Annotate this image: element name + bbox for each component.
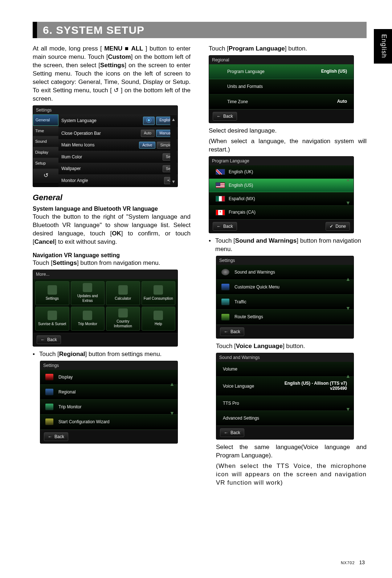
item-trip-monitor[interactable]: Trip Monitor [40, 400, 177, 415]
screen-header: Sound and Warnings [216, 353, 354, 362]
cell-settings[interactable]: Settings [35, 281, 69, 305]
row-advanced[interactable]: Advanced Settings [216, 411, 354, 426]
radio-button[interactable] [143, 117, 155, 125]
lang-english-us[interactable]: English (US) [209, 179, 354, 192]
back-button[interactable]: Back [213, 222, 237, 231]
back-button[interactable]: Back [220, 327, 244, 336]
done-button[interactable]: Done [326, 222, 350, 231]
row-system-language: System Language English [58, 114, 177, 128]
page-footer: NX702 13 [341, 559, 365, 565]
subhead-nav-vr: Navigation VR language setting [33, 251, 191, 259]
item-sound-warnings[interactable]: Sound and Warnings [216, 265, 354, 280]
scroll-arrows[interactable]: ▲▼ [344, 373, 352, 413]
bullet-sound-warnings: • Touch [Sound and Warnings] button from… [209, 237, 367, 254]
scroll-arrows[interactable]: ▲▼ [344, 276, 352, 312]
tts-note: (When select the TTS Voice, the micropho… [216, 462, 367, 487]
screen-header: Settings [40, 361, 177, 370]
lang-english-uk[interactable]: English (UK) [209, 165, 354, 179]
back-button[interactable]: Back [44, 432, 68, 441]
section-title-bar: 6. SYSTEM SETUP [33, 22, 367, 38]
item-display[interactable]: Display [40, 370, 177, 385]
tab-general[interactable]: General [33, 114, 58, 126]
screenshot-more-menu: More... Settings Updates and Extras Calc… [33, 270, 178, 346]
section-title: 6. SYSTEM SETUP [33, 22, 144, 38]
screenshot-sound-warnings: Sound and Warnings Volume Voice Language… [216, 353, 354, 440]
back-button[interactable]: Back [213, 112, 237, 121]
select-language-text: Select desired language. [209, 127, 367, 135]
right-column: Touch [Program Language] button. Regiona… [209, 45, 367, 489]
cell-updates[interactable]: Updates and Extras [71, 281, 105, 305]
wizard-icon [45, 419, 53, 425]
display-icon [45, 374, 53, 380]
regional-icon [45, 389, 53, 395]
tab-time[interactable]: Time [33, 126, 58, 137]
item-customize-quick[interactable]: Customize Quick Menu [216, 280, 354, 295]
tab-sound[interactable]: Sound [33, 136, 58, 147]
scroll-arrows[interactable]: ▲▼ [344, 176, 352, 206]
touch-program-language: Touch [Program Language] button. [209, 45, 367, 53]
trip-icon [45, 404, 53, 410]
screenshot-settings-general: Settings General Time Sound Display Setu… [33, 105, 178, 187]
same-language-text: Select the same language(Voice language … [216, 443, 367, 460]
screenshot-language-list: Program Language English (UK) English (U… [209, 156, 354, 233]
row-close-op-bar: Close Operation Bar AutoManual [58, 128, 177, 140]
route-icon [221, 314, 229, 320]
screenshot-settings-list: Settings Display Regional Trip Monitor S… [40, 361, 178, 444]
row-illum-color: Illum Color Set [58, 151, 177, 163]
screen-header: Regional [209, 56, 354, 64]
lang-spanish-mx[interactable]: Español (MX) [209, 192, 354, 206]
model-number: NX702 [341, 561, 355, 565]
back-button[interactable]: Back [220, 428, 244, 437]
screenshot-regional: Regional Program LanguageEnglish (US) Un… [209, 55, 354, 123]
screen-header: Settings [33, 106, 177, 114]
screen-header: Program Language [209, 157, 354, 165]
item-traffic[interactable]: Traffic [216, 295, 354, 310]
cell-sunrise[interactable]: Sunrise & Sunset [35, 307, 69, 331]
item-regional[interactable]: Regional [40, 385, 177, 400]
flag-mx-icon [216, 196, 225, 202]
row-tts-pro[interactable]: TTS Pro [216, 396, 354, 411]
screenshot-settings-list-2: Settings Sound and Warnings Customize Qu… [216, 256, 354, 339]
cell-fuel[interactable]: Fuel Consumption [142, 281, 176, 305]
screen-header: Settings [216, 256, 354, 265]
flag-uk-icon [216, 169, 225, 175]
row-units-formats[interactable]: Units and Formats [209, 79, 354, 94]
btn-auto[interactable]: Auto [141, 130, 155, 137]
sound-icon [221, 269, 229, 275]
nav-vr-paragraph: Touch [Settings] button from navigation … [33, 259, 191, 267]
row-main-menu-icons: Main Menu Icons ActiveSimple [58, 140, 177, 151]
page-number: 13 [359, 559, 365, 565]
flag-ca-icon [216, 210, 225, 215]
cell-country-info[interactable]: Country Information [106, 307, 140, 331]
intro-paragraph: At all mode, long press [ MENU ■ ALL ] b… [33, 45, 191, 103]
row-wallpaper: Wallpaper Set [58, 163, 177, 175]
traffic-icon [221, 299, 229, 305]
touch-voice-language: Touch [Voice Language] button. [216, 342, 367, 351]
cell-calculator[interactable]: Calculator [106, 281, 140, 305]
scrollbar[interactable]: ▲▼ [170, 115, 177, 186]
return-icon[interactable]: ↺ [33, 169, 58, 182]
subhead-system-language: System language and Bluetooth VR languag… [33, 205, 191, 213]
screen-header: More... [33, 270, 177, 279]
restart-note: (When select a language, the navigation … [209, 137, 367, 154]
item-route-settings[interactable]: Route Settings [216, 310, 354, 324]
bullet-regional: • Touch [Regional] button from settings … [33, 350, 191, 359]
row-program-language[interactable]: Program LanguageEnglish (US) [209, 64, 354, 79]
row-voice-language[interactable]: Voice LanguageEnglish (US) - Allison (TT… [216, 377, 354, 396]
row-time-zone[interactable]: Time ZoneAuto [209, 94, 354, 109]
tab-setup[interactable]: Setup [33, 158, 58, 169]
row-volume[interactable]: Volume [216, 362, 354, 377]
cell-help[interactable]: Help [142, 307, 176, 331]
left-column: At all mode, long press [ MENU ■ ALL ] b… [33, 45, 191, 489]
flag-us-icon [216, 182, 225, 188]
grid-icon [221, 284, 229, 290]
sys-lang-paragraph: Touch the button to the right of "System… [33, 213, 191, 246]
scroll-arrows[interactable]: ▲▼ [168, 381, 176, 417]
heading-general: General [33, 192, 191, 203]
item-config-wizard[interactable]: Start Configuration Wizard [40, 415, 177, 429]
btn-active[interactable]: Active [139, 142, 155, 149]
lang-french-ca[interactable]: Français (CA) [209, 206, 354, 219]
cell-trip-monitor[interactable]: Trip Monitor [71, 307, 105, 331]
back-button[interactable]: Back [37, 335, 61, 344]
tab-display[interactable]: Display [33, 147, 58, 158]
